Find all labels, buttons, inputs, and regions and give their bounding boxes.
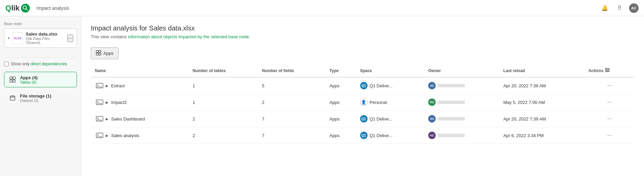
column-settings-button[interactable] bbox=[605, 67, 610, 74]
base-node-subtitle: Qlik Data Files (Shared) bbox=[26, 37, 65, 45]
cell-actions: ··· bbox=[584, 127, 635, 144]
cell-name: ▶ Extract bbox=[91, 77, 188, 94]
cell-last-reload: May 5, 2022 7:00 AM bbox=[499, 94, 584, 111]
grid-icon: ⠿ bbox=[618, 5, 622, 11]
apps-grid-button[interactable]: ⠿ bbox=[614, 3, 625, 14]
actions-cell-inner: ··· bbox=[588, 114, 630, 123]
filter-item-apps[interactable]: Apps (4) Tables (6) bbox=[4, 72, 77, 87]
table-row: ▶ Sales analysis 27Apps Q1 Q1 Delive... … bbox=[91, 127, 635, 144]
col-header-type: Type bbox=[326, 65, 356, 77]
svg-line-1 bbox=[26, 8, 27, 10]
row-app-icon bbox=[95, 131, 104, 140]
notifications-button[interactable]: 🔔 bbox=[599, 3, 610, 14]
row-expand-icon[interactable]: ▶ bbox=[106, 84, 108, 88]
cell-actions: ··· bbox=[584, 111, 635, 127]
row-more-button[interactable]: ··· bbox=[605, 114, 614, 123]
row-more-button[interactable]: ··· bbox=[605, 131, 614, 140]
owner-cell-inner: JG bbox=[428, 115, 495, 123]
svg-rect-16 bbox=[606, 71, 607, 72]
row-name-text: Extract bbox=[111, 83, 125, 88]
sidebar: Base node ▾ XLSX Sales data.xlsx Qlik Da… bbox=[0, 16, 81, 176]
cell-num-tables: 1 bbox=[188, 94, 258, 111]
cell-owner: JG bbox=[424, 77, 499, 94]
data-table: Name Number of tables Number of fields T… bbox=[91, 65, 635, 144]
cell-actions: ··· bbox=[584, 94, 635, 111]
direct-deps-checkbox-row: Show only direct dependencies bbox=[4, 62, 77, 66]
owner-avatar: JG bbox=[428, 115, 436, 123]
avatar[interactable]: AC bbox=[629, 3, 639, 13]
cell-type: Apps bbox=[326, 77, 356, 94]
base-node-more-button[interactable]: ··· bbox=[67, 35, 73, 42]
space-name: Personal bbox=[370, 100, 387, 105]
tab-apps[interactable]: Apps bbox=[91, 47, 119, 59]
cloud-icon: Q1 bbox=[361, 134, 366, 137]
row-name-text: Impact2 bbox=[111, 100, 127, 105]
cell-type: Apps bbox=[326, 111, 356, 127]
direct-deps-link[interactable]: direct dependencies bbox=[31, 62, 67, 66]
cloud-icon: Q1 bbox=[361, 84, 366, 88]
apps-filter-sub: Tables (6) bbox=[20, 80, 73, 84]
owner-name-redacted bbox=[438, 101, 465, 104]
owner-name-redacted bbox=[438, 84, 465, 87]
space-name: Q1 Delive... bbox=[370, 116, 393, 122]
space-cell-inner: Q1 Q1 Delive... bbox=[360, 132, 420, 139]
base-node-info: Sales data.xlsx Qlik Data Files (Shared) bbox=[26, 31, 65, 45]
row-expand-icon[interactable]: ▶ bbox=[106, 134, 108, 137]
space-cell-inner: Q1 Q1 Delive... bbox=[360, 115, 420, 123]
row-expand-icon[interactable]: ▶ bbox=[106, 101, 108, 104]
apps-filter-icon bbox=[8, 75, 17, 84]
content-area: Impact analysis for Sales data.xlsx This… bbox=[81, 16, 644, 176]
svg-rect-10 bbox=[99, 53, 101, 55]
cell-name: ▶ Sales analysis bbox=[91, 127, 188, 144]
actions-cell-inner: ··· bbox=[588, 81, 630, 90]
row-more-button[interactable]: ··· bbox=[605, 98, 614, 107]
space-icon: 👤 bbox=[360, 98, 368, 106]
row-expand-icon[interactable]: ▶ bbox=[106, 117, 108, 121]
cell-last-reload: Apr 20, 2022 7:38 AM bbox=[499, 77, 584, 94]
tab-bar: Apps bbox=[91, 47, 635, 59]
cell-num-tables: 2 bbox=[188, 111, 258, 127]
tab-apps-icon bbox=[96, 50, 101, 57]
base-node-card: ▾ XLSX Sales data.xlsx Qlik Data Files (… bbox=[4, 28, 77, 48]
col-header-last-reload: Last reload bbox=[499, 65, 584, 77]
owner-name-redacted bbox=[438, 134, 465, 137]
svg-rect-9 bbox=[96, 53, 98, 55]
filestorage-filter-icon bbox=[8, 93, 17, 103]
row-more-button[interactable]: ··· bbox=[605, 81, 614, 90]
svg-rect-6 bbox=[10, 96, 15, 100]
cell-space: 👤 Personal bbox=[356, 94, 424, 111]
col-header-name: Name bbox=[91, 65, 188, 77]
row-app-icon bbox=[95, 97, 104, 107]
space-name: Q1 Delive... bbox=[370, 83, 393, 88]
xlsx-file-icon: XLSX bbox=[12, 32, 23, 44]
sidebar-divider bbox=[4, 57, 77, 58]
content-desc-link[interactable]: information about objects impacted by th… bbox=[128, 34, 250, 39]
filter-item-filestorage[interactable]: File storage (1) Dataset (2) bbox=[4, 90, 77, 106]
base-node-label: Base node bbox=[4, 22, 77, 26]
direct-deps-checkbox[interactable] bbox=[4, 62, 9, 66]
cell-space: Q1 Q1 Delive... bbox=[356, 111, 424, 127]
table-row: ▶ Extract 15Apps Q1 Q1 Delive... JG Apr … bbox=[91, 77, 635, 94]
col-header-num-tables: Number of tables bbox=[188, 65, 258, 77]
col-header-owner: Owner bbox=[424, 65, 499, 77]
table-header-row: Name Number of tables Number of fields T… bbox=[91, 65, 635, 77]
svg-rect-13 bbox=[605, 71, 610, 72]
col-header-actions: Actions bbox=[584, 65, 635, 77]
table-row: ▶ Impact2 12Apps 👤 Personal RS May 5, 20… bbox=[91, 94, 635, 111]
cell-type: Apps bbox=[326, 127, 356, 144]
content-title: Impact analysis for Sales data.xlsx bbox=[91, 24, 635, 32]
cell-last-reload: Apr 20, 2022 7:39 AM bbox=[499, 111, 584, 127]
svg-rect-15 bbox=[608, 69, 608, 71]
cell-num-fields: 2 bbox=[258, 94, 325, 111]
base-node-name: Sales data.xlsx bbox=[26, 31, 65, 37]
space-name: Q1 Delive... bbox=[370, 133, 393, 138]
apps-filter-name: Apps (4) bbox=[20, 75, 73, 80]
logo-wordmark: Qlik bbox=[5, 4, 20, 13]
owner-avatar: RS bbox=[428, 98, 436, 106]
owner-cell-inner: JG bbox=[428, 82, 495, 89]
owner-cell-inner: AC bbox=[428, 132, 495, 139]
apps-filter-info: Apps (4) Tables (6) bbox=[20, 75, 73, 84]
cell-last-reload: Apr 6, 2022 3:34 PM bbox=[499, 127, 584, 144]
topnav: Qlik Impact analysis 🔔 ⠿ AC bbox=[0, 0, 644, 16]
cell-num-tables: 2 bbox=[188, 127, 258, 144]
